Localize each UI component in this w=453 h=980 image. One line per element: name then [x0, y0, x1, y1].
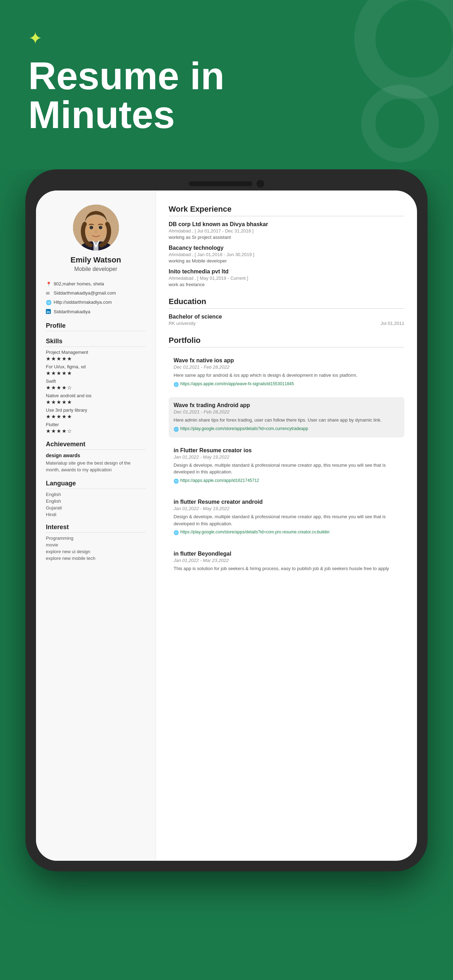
skills-heading: Skills: [46, 337, 146, 347]
portfolio-item-3: in Flutter Resume creator ios Jan 01,202…: [168, 442, 404, 489]
contact-email: ✉ Siddarthmakadiya@gmail.com: [46, 290, 146, 296]
portfolio-date-3: Jan 01,2022 - May 19,2022: [173, 454, 399, 460]
person-role: Mobile developer: [75, 266, 118, 272]
stars-3rdparty: ★★★★★: [46, 414, 146, 420]
avatar-image: [73, 205, 119, 250]
resume-sidebar: Emily Watson Mobile developer 📍 902,mahe…: [36, 191, 156, 861]
achievement-heading: Achievement: [46, 441, 146, 450]
portfolio-date-4: Jan 01,2022 - May 19,2022: [173, 506, 399, 511]
skill-3rdparty: Use 3rd party library: [46, 407, 146, 413]
portfolio-link-1: 🌐 https://apps.apple.com/in/app/wave-fx-…: [173, 381, 399, 388]
contact-address: 📍 902,maher homes, shela: [46, 281, 146, 287]
contact-web: 🌐 Http://siddarthmakadiya.com: [46, 299, 146, 305]
phone-notch: [36, 180, 417, 188]
edu-university: RK university: [168, 321, 196, 326]
job-desc-1: working as Sr project assistant: [168, 235, 404, 240]
interest-movie: movie: [46, 542, 146, 547]
hero-title: Resume in Minutes: [28, 56, 425, 134]
stars-native: ★★★★★: [46, 399, 146, 405]
lang-english2: English: [46, 498, 146, 504]
portfolio-date-1: Dec 01,2021 - Feb 28,2022: [173, 364, 399, 370]
stars-swift: ★★★★☆: [46, 385, 146, 391]
svg-rect-3: [94, 242, 99, 250]
portfolio-item-5: in flutter Beyondlegal Jan 01,2022 - Mar…: [168, 546, 404, 579]
svg-point-6: [99, 226, 102, 229]
link-icon-1: 🌐: [173, 382, 179, 388]
profile-heading: Profile: [46, 322, 146, 331]
portfolio-desc-3: Design & develope, multiple standard & p…: [173, 462, 399, 476]
job-desc-3: work as freelance: [168, 282, 404, 287]
job-meta-1: Ahmdabad , [ Jul 01,2017 - Dec 31,2018 ]: [168, 228, 404, 234]
skill-flutter: Flutter: [46, 422, 146, 427]
portfolio-desc-5: This app is solution for job seekers & h…: [173, 565, 399, 572]
interest-programming: Programming: [46, 536, 146, 541]
education-heading: Education: [168, 297, 404, 309]
portfolio-item-4: in flutter Resume creator android Jan 01…: [168, 494, 404, 541]
portfolio-title-2: Wave fx trading Android app: [173, 402, 399, 409]
svg-point-4: [85, 216, 107, 241]
lang-gujarati: Gujarati: [46, 505, 146, 511]
location-icon: 📍: [46, 281, 51, 286]
portfolio-desc-4: Design & develope, multiple standard & p…: [173, 513, 399, 527]
portfolio-title-1: Wave fx native ios app: [173, 357, 399, 364]
avatar-container: Emily Watson Mobile developer: [46, 205, 146, 272]
edu-year: Jul 01,2011: [381, 321, 404, 326]
stars-flutter: ★★★★☆: [46, 428, 146, 434]
portfolio-title-5: in flutter Beyondlegal: [173, 550, 399, 557]
education-section: Education Bachelor of science RK univers…: [168, 297, 404, 326]
job-desc-2: working as Mobile developer: [168, 258, 404, 264]
portfolio-link-3: 🌐 https://apps.apple.com/app/id162174571…: [173, 478, 399, 484]
link-icon-4: 🌐: [173, 530, 179, 536]
sparkle-icon: ✦: [28, 28, 425, 48]
portfolio-date-2: Dec 01,2021 - Feb 28,2022: [173, 409, 399, 415]
edu-row: RK university Jul 01,2011: [168, 321, 404, 326]
portfolio-section: Portfolio Wave fx native ios app Dec 01,…: [168, 336, 404, 579]
avatar: [73, 205, 119, 250]
portfolio-desc-1: Here same app for android & ios app whic…: [173, 372, 399, 379]
portfolio-link-4: 🌐 https://play.google.com/store/apps/det…: [173, 529, 399, 536]
interest-ui-design: explore new ui design: [46, 549, 146, 554]
portfolio-heading: Portfolio: [168, 336, 404, 347]
job-meta-3: Ahmedabad , [ May 01,2019 - Current ]: [168, 275, 404, 281]
phone-speaker: [189, 181, 252, 186]
portfolio-title-4: in flutter Resume creator android: [173, 499, 399, 505]
work-experience-section: Work Experience DB corp Ltd known as Div…: [168, 205, 404, 287]
skill-project-mgmt: Project Management: [46, 350, 146, 355]
phone-mockup: Emily Watson Mobile developer 📍 902,mahe…: [25, 169, 428, 871]
web-icon: 🌐: [46, 299, 51, 304]
lang-hindi: Hindi: [46, 512, 146, 517]
portfolio-item-1: Wave fx native ios app Dec 01,2021 - Feb…: [168, 352, 404, 392]
job-company-2: Bacancy technology: [168, 245, 404, 251]
phone-screen: Emily Watson Mobile developer 📍 902,mahe…: [36, 191, 417, 861]
interest-heading: Interest: [46, 523, 146, 533]
portfolio-link-2: 🌐 https://play.google.com/store/apps/det…: [173, 426, 399, 433]
portfolio-title-3: in Flutter Resume creator ios: [173, 447, 399, 453]
hero-section: ✦ Resume in Minutes: [0, 0, 453, 169]
resume-main: Work Experience DB corp Ltd known as Div…: [156, 191, 417, 861]
lang-english1: English: [46, 492, 146, 497]
interest-mobile-tech: explore new mobile tech: [46, 555, 146, 561]
skill-uiux: For Ui/ux, figma, xd: [46, 364, 146, 369]
svg-point-5: [90, 226, 93, 229]
portfolio-item-2: Wave fx trading Android app Dec 01,2021 …: [168, 397, 404, 437]
edu-degree: Bachelor of science: [168, 313, 404, 320]
person-name: Emily Watson: [71, 255, 121, 264]
skill-native: Native android and ios: [46, 393, 146, 398]
portfolio-date-5: Jan 01,2022 - Mar 23,2022: [173, 558, 399, 563]
work-experience-heading: Work Experience: [168, 205, 404, 216]
job-company-3: Inito techmedia pvt ltd: [168, 269, 404, 275]
contact-linkedin: in Siddarthmakadiya: [46, 309, 146, 315]
linkedin-icon: in: [46, 309, 51, 314]
job-meta-2: Ahmdabad , [ Jan 01,2018 - Jun 30,2019 ]: [168, 252, 404, 257]
job-company-1: DB corp Ltd known as Divya bhaskar: [168, 221, 404, 228]
achievement-desc: Materialup site give the best design of …: [46, 460, 146, 473]
link-icon-2: 🌐: [173, 426, 179, 433]
stars-project-mgmt: ★★★★★: [46, 356, 146, 362]
skill-swift: Swift: [46, 379, 146, 384]
phone-camera: [256, 180, 264, 188]
phone-container: Emily Watson Mobile developer 📍 902,mahe…: [0, 169, 453, 892]
achievement-title: design awards: [46, 453, 146, 458]
link-icon-3: 🌐: [173, 478, 179, 484]
language-heading: Language: [46, 480, 146, 489]
stars-uiux: ★★★★★: [46, 370, 146, 376]
